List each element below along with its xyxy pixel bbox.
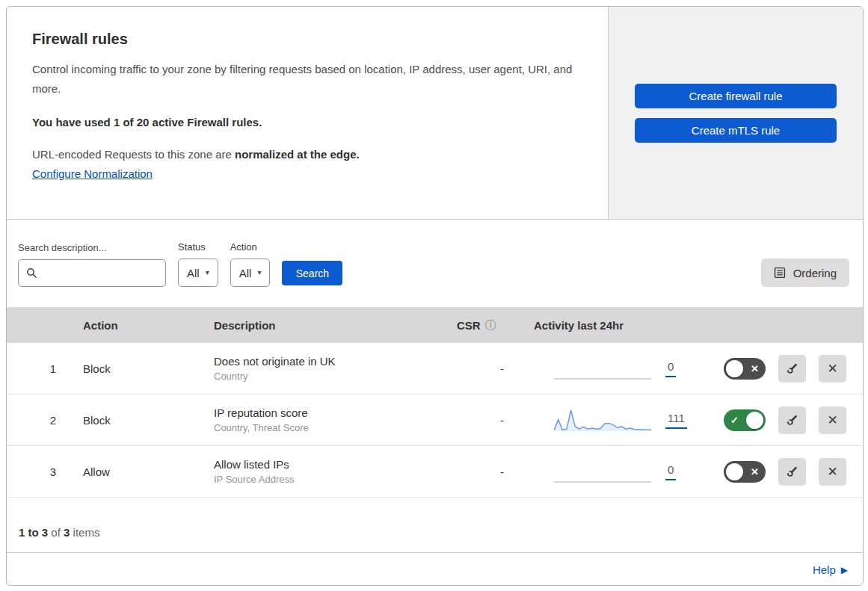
pagination: 1 to 3 of 3 items xyxy=(7,498,863,553)
rule-priority: 2 xyxy=(7,414,83,427)
close-icon: ✕ xyxy=(827,412,837,428)
rule-enabled-toggle[interactable]: ✓ ✕ xyxy=(724,409,766,431)
action-selected-value: All xyxy=(239,267,252,279)
rule-title: Allow listed IPs xyxy=(214,458,457,471)
pagination-of: of xyxy=(48,526,64,539)
edit-rule-button[interactable] xyxy=(778,458,806,486)
chevron-down-icon: ▾ xyxy=(257,269,261,276)
normalization-prefix: URL-encoded Requests to this zone are xyxy=(32,148,235,161)
rule-priority: 1 xyxy=(7,362,83,375)
action-field: Action All ▾ xyxy=(230,241,271,287)
status-selected-value: All xyxy=(187,267,200,279)
search-icon xyxy=(26,267,37,279)
table-row: 3 Allow Allow listed IPs IP Source Addre… xyxy=(7,446,863,498)
table-row: 2 Block IP reputation score Country, Thr… xyxy=(7,394,863,446)
chevron-down-icon: ▾ xyxy=(206,269,209,276)
activity-count-link[interactable]: 0 xyxy=(665,463,676,480)
toggle-knob xyxy=(726,360,743,377)
rule-action: Block xyxy=(83,362,214,375)
wrench-icon xyxy=(787,362,798,374)
description-column-header: Description xyxy=(214,319,457,332)
rule-activity-cell: 0 xyxy=(528,458,695,485)
usage-notice: You have used 1 of 20 active Firewall ru… xyxy=(32,116,578,129)
delete-rule-button[interactable]: ✕ xyxy=(819,355,846,383)
rule-action: Block xyxy=(83,414,214,427)
rule-description: IP reputation score Country, Threat Scor… xyxy=(214,406,457,433)
status-label: Status xyxy=(178,241,218,253)
close-icon: ✕ xyxy=(751,467,759,477)
pagination-items: items xyxy=(70,526,99,539)
edit-rule-button[interactable] xyxy=(778,355,806,383)
rule-action: Allow xyxy=(83,465,214,478)
page-title: Firewall rules xyxy=(32,31,578,48)
rule-controls: ✓ ✕ ✕ xyxy=(695,406,863,434)
search-button[interactable]: Search xyxy=(282,261,342,285)
page: Firewall rules Control incoming traffic … xyxy=(0,0,868,591)
rule-priority: 3 xyxy=(7,465,83,478)
configure-normalization-link[interactable]: Configure Normalization xyxy=(32,167,153,180)
action-column-header: Action xyxy=(83,319,214,332)
help-link-label: Help xyxy=(813,563,836,576)
firewall-rules-card: Firewall rules Control incoming traffic … xyxy=(6,6,864,586)
close-icon: ✕ xyxy=(827,464,837,480)
delete-rule-button[interactable]: ✕ xyxy=(819,406,846,434)
csr-column-header: CSR ⓘ xyxy=(457,318,528,332)
filter-bar: Search description... Status All ▾ xyxy=(7,220,863,307)
table-row: 1 Block Does not originate in UK Country… xyxy=(7,343,863,394)
toggle-knob xyxy=(726,463,743,480)
rule-enabled-toggle[interactable]: ✓ ✕ xyxy=(724,461,766,483)
action-label: Action xyxy=(230,241,271,253)
table-header-row: Action Description CSR ⓘ Activity last 2… xyxy=(7,307,863,343)
activity-sparkline xyxy=(554,458,651,485)
header-text-block: Firewall rules Control incoming traffic … xyxy=(7,7,608,219)
wrench-icon xyxy=(787,465,798,477)
delete-rule-button[interactable]: ✕ xyxy=(819,458,846,486)
normalization-bold: normalized at the edge. xyxy=(235,148,360,161)
check-icon: ✓ xyxy=(730,415,739,425)
action-select[interactable]: All ▾ xyxy=(230,259,271,287)
help-bar: Help ▶ xyxy=(7,553,863,586)
help-link[interactable]: Help ▶ xyxy=(813,563,848,576)
rule-subtitle: Country xyxy=(214,371,457,382)
ordering-button-label: Ordering xyxy=(793,267,837,279)
create-firewall-rule-button[interactable]: Create firewall rule xyxy=(635,84,837,108)
normalization-notice: URL-encoded Requests to this zone are no… xyxy=(32,148,578,161)
status-select[interactable]: All ▾ xyxy=(178,259,218,287)
activity-sparkline xyxy=(554,406,651,433)
create-mtls-rule-button[interactable]: Create mTLS rule xyxy=(635,118,837,143)
status-field: Status All ▾ xyxy=(178,241,218,287)
search-input-wrap xyxy=(18,259,166,287)
header-section: Firewall rules Control incoming traffic … xyxy=(7,7,863,220)
rule-title: IP reputation score xyxy=(214,406,457,419)
rules-table: Action Description CSR ⓘ Activity last 2… xyxy=(7,307,863,498)
info-icon[interactable]: ⓘ xyxy=(485,318,496,332)
arrow-right-icon: ▶ xyxy=(841,566,848,575)
search-field: Search description... xyxy=(18,242,166,287)
page-description: Control incoming traffic to your zone by… xyxy=(32,60,578,99)
rule-description: Allow listed IPs IP Source Address xyxy=(214,458,457,485)
rule-activity-cell: 111 xyxy=(528,406,695,433)
wrench-icon xyxy=(787,414,798,426)
rule-description: Does not originate in UK Country xyxy=(214,355,457,382)
rule-csr-value: - xyxy=(457,414,528,427)
activity-sparkline xyxy=(554,355,651,382)
search-input[interactable] xyxy=(43,267,158,280)
close-icon: ✕ xyxy=(751,364,759,374)
actions-panel: Create firewall rule Create mTLS rule xyxy=(608,7,863,219)
filter-controls: Search description... Status All ▾ xyxy=(18,241,342,287)
rule-subtitle: Country, Threat Score xyxy=(214,422,457,433)
rule-subtitle: IP Source Address xyxy=(214,474,457,485)
rule-enabled-toggle[interactable]: ✓ ✕ xyxy=(724,358,766,380)
rule-csr-value: - xyxy=(457,465,528,478)
edit-rule-button[interactable] xyxy=(778,406,806,434)
activity-column-header: Activity last 24hr xyxy=(528,319,695,332)
ordering-icon xyxy=(774,267,786,279)
rule-csr-value: - xyxy=(457,362,528,375)
activity-count-link[interactable]: 111 xyxy=(665,412,687,429)
toggle-knob xyxy=(746,412,763,429)
search-label: Search description... xyxy=(18,242,166,253)
ordering-button[interactable]: Ordering xyxy=(761,259,849,287)
rule-controls: ✓ ✕ ✕ xyxy=(695,458,863,486)
activity-count-link[interactable]: 0 xyxy=(665,360,676,377)
rule-activity-cell: 0 xyxy=(528,355,695,382)
